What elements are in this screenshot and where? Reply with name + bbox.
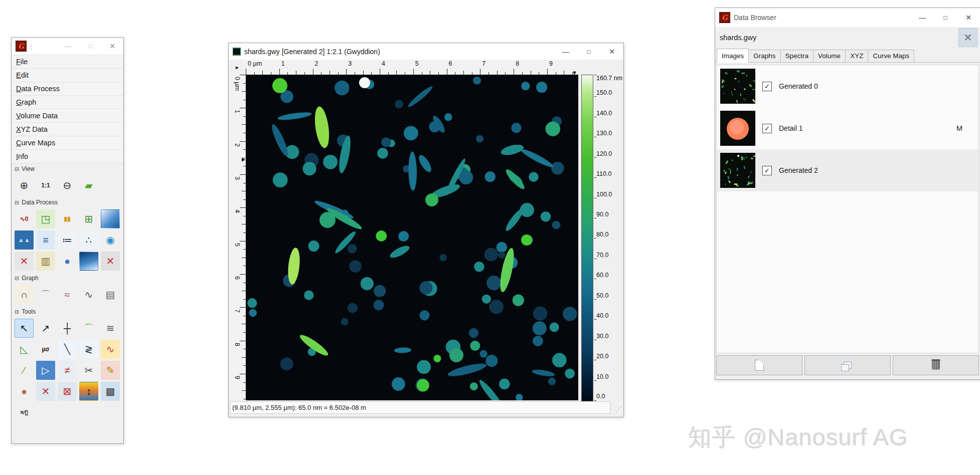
presentation-icon[interactable] [79,252,98,271]
channel-row[interactable]: ✓Detail 1M [717,107,978,149]
grain-measure-tool-icon[interactable]: ● [15,382,34,401]
arithmetic-icon[interactable]: ⊞ [79,209,98,228]
menu-item-edit[interactable]: Edit [12,69,123,82]
line-correct-tool-icon[interactable]: ≠ [58,361,77,380]
three-point-level-tool-icon[interactable]: ◺ [15,340,34,359]
ruler-tick [396,71,397,75]
new-file-icon [755,360,764,371]
zoom-out-icon[interactable]: ⊖ [58,176,77,195]
channel-thumbnail[interactable] [720,153,755,188]
menu-item-xyz-data[interactable]: XYZ Data [12,123,123,136]
menu-item-volume-data[interactable]: Volume Data [12,109,123,123]
tab-graphs[interactable]: Graphs [748,50,780,62]
channel-row[interactable]: ✓Generated 2 [717,149,978,191]
roughness-tool-icon[interactable]: ∿ [101,340,120,359]
checkbox-visible[interactable]: ✓ [762,166,772,175]
menu-item-info[interactable]: Info [12,150,123,163]
zoom-in-icon[interactable]: ⊕ [15,176,34,195]
section-header-view[interactable]: ⊟View [12,163,123,174]
sphere-icon[interactable]: ● [58,252,77,271]
line-level-icon[interactable]: ≡ [36,230,55,250]
spot-remove-tool-icon[interactable]: ∕ [15,361,34,380]
section-header-tools[interactable]: ⊟Tools [12,306,123,317]
graph-fit-icon[interactable]: ⌒ [36,285,55,304]
minimize-button[interactable]: — [911,8,934,27]
menu-item-curve-maps[interactable]: Curve Maps [12,136,123,150]
mask-distribute-icon[interactable]: ✕ [101,252,120,271]
channel-thumbnail[interactable] [720,111,755,146]
grain-remove-tool-icon[interactable]: ✕ [36,382,55,401]
new-channel-button[interactable] [716,355,802,375]
zoom-1-1-icon[interactable]: 1:1 [36,176,55,195]
mask-remove-tool-icon[interactable]: ⊠ [58,382,77,401]
distance-tool-icon[interactable]: ↗ [36,319,55,338]
remove-spots-icon[interactable]: ∴ [79,230,98,250]
crop-icon[interactable]: ◳ [36,209,55,228]
close-button[interactable]: ✕ [101,38,123,55]
delete-channel-button[interactable] [893,355,979,375]
graph-statistics-icon[interactable]: ▤ [101,285,120,304]
channel-list: ✓Generated 0✓Detail 1M✓Generated 2 [716,65,979,353]
duplicate-channel-button[interactable] [804,355,891,375]
resize-grip-icon[interactable]: ⋰ [615,405,622,413]
fix-zero-icon[interactable]: ∿0 [15,209,34,228]
close-button[interactable]: ✕ [600,43,623,60]
display-fit-icon[interactable]: ▰ [79,176,98,195]
checkbox-visible[interactable]: ✓ [762,124,772,133]
filters-tool-icon[interactable]: ▷ [36,361,55,380]
maximize-button[interactable]: □ [934,8,957,27]
grain-statistics-icon[interactable]: ▥ [36,252,55,271]
channel-row[interactable]: ✓Generated 0 [717,65,978,107]
menu-item-graph[interactable]: Graph [12,96,123,109]
graph-cut-icon[interactable]: ∿ [79,285,98,304]
tab-spectra[interactable]: Spectra [780,50,814,62]
tab-curve-maps[interactable]: Curve Maps [868,50,914,62]
align-rows-icon[interactable]: ≔ [58,230,77,250]
crop-tool-icon[interactable]: ✂ [79,361,98,380]
ruler-label: 0 µm [248,60,262,67]
read-value-tool-icon[interactable]: ↖ [15,319,34,338]
checkbox-visible[interactable]: ✓ [762,82,772,91]
image-window-titlebar[interactable]: shards.gwy [Generated 2] 1:2.1 (Gwyddion… [229,43,623,60]
graph-export-icon[interactable]: ≈ [58,285,77,304]
close-button[interactable]: ✕ [957,8,980,27]
false-color-scale-bar[interactable] [581,75,593,401]
minimize-button[interactable]: — [554,43,577,60]
ruler-tick [330,71,330,75]
tab-xyz[interactable]: XYZ [845,50,868,62]
path-level-tool-icon[interactable]: ×∕▯ [15,403,34,422]
data-browser-titlebar[interactable]: Data Browser — □ ✕ [715,8,980,27]
section-header-graph[interactable]: ⊟Graph [12,273,123,284]
tab-images[interactable]: Images [717,49,749,63]
channel-thumbnail[interactable] [720,69,755,104]
mask-outliers-icon[interactable]: ✕ [15,252,34,271]
toolbox-titlebar[interactable]: ( — □ ✕ [12,38,123,55]
afm-image-view[interactable] [246,75,578,400]
minimize-button[interactable]: — [57,38,79,55]
mask-morph-tool-icon[interactable]: ▩ [101,382,120,401]
color-map-icon[interactable] [101,209,120,228]
close-file-button[interactable]: ✕ [958,28,977,47]
scale-icon[interactable]: ▮▮ [58,209,77,228]
statistics-tool-icon[interactable]: µσ [36,340,55,359]
section-header-data-process[interactable]: ⊟Data Process [12,197,123,208]
maximize-button[interactable]: □ [577,43,600,60]
statistical-functions-tool-icon[interactable]: ╲ [58,340,77,359]
graph-level-icon[interactable]: ∩ [15,285,34,304]
menu-item-data-process[interactable]: Data Process [12,82,123,96]
facet-level-icon[interactable]: ▲▲ [15,230,34,250]
menu-item-file[interactable]: File [12,55,123,69]
tab-volume[interactable]: Volume [813,50,846,62]
color-range-tool-icon[interactable]: ↕ [79,382,98,401]
mark-with-icon[interactable]: ◉ [101,230,120,250]
ruler-tick [430,71,430,75]
ruler-tick [240,341,246,341]
profile-tool-icon[interactable]: ┼ [58,319,77,338]
ruler-tick [242,258,246,258]
radial-profile-tool-icon[interactable]: ≋ [101,319,120,338]
curve-tool-icon[interactable]: ≷ [79,340,98,359]
ruler-corner-arrow-icon[interactable]: ► [229,60,246,75]
maximize-button[interactable]: □ [79,38,101,55]
spectro-tool-icon[interactable]: ⌒ [79,319,98,338]
mask-editor-tool-icon[interactable]: ✎ [101,361,120,380]
